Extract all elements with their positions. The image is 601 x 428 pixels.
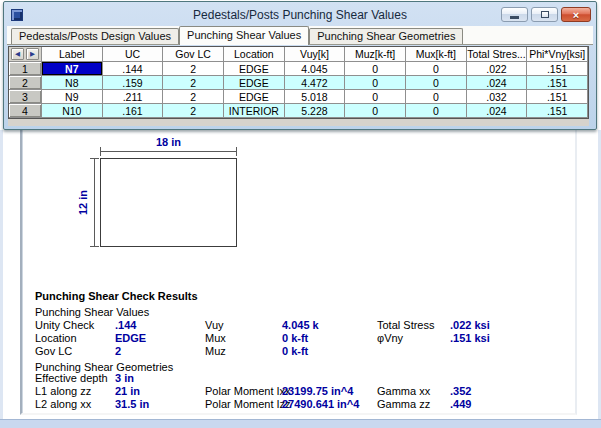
width-dimension-label: 18 in: [100, 136, 237, 148]
unity-check-value: .144: [115, 319, 136, 332]
polar-ixx-value: 23199.75 in^4: [282, 385, 353, 398]
cell-vuy[interactable]: 4.472: [285, 76, 346, 90]
cell-phi-vny[interactable]: .151: [527, 62, 588, 76]
dialog-titlebar[interactable]: Pedestals/Posts Punching Shear Values ×: [7, 4, 593, 26]
cell-phi-vny[interactable]: .151: [527, 104, 588, 118]
cell-total-stress[interactable]: .022: [467, 62, 528, 76]
dimension-tick: [90, 246, 99, 247]
column-header-label: Label: [42, 47, 103, 62]
window-controls: ×: [501, 7, 591, 22]
phi-vny-label: φVny: [377, 332, 403, 345]
record-nav: ◀ ▶: [9, 47, 42, 62]
column-header-vuy: Vuy[k]: [285, 47, 346, 62]
l1-line: L1 along zz 21 in Polar Moment Ixx 23199…: [22, 385, 575, 398]
column-header-phi-vny: Phi*Vny[ksi]: [527, 47, 588, 62]
cell-muz[interactable]: 0: [345, 104, 406, 118]
cell-muz[interactable]: 0: [345, 76, 406, 90]
punching-shear-dialog: Pedestals/Posts Punching Shear Values × …: [3, 1, 597, 130]
width-dimension-line: [100, 151, 237, 152]
vuy-value: 4.045 k: [282, 319, 319, 332]
cell-gov-lc[interactable]: 2: [163, 104, 224, 118]
tab-punching-shear-geometries[interactable]: Punching Shear Geometries: [309, 28, 463, 44]
column-header-uc: UC: [103, 47, 164, 62]
effective-depth-line: Effective depth 3 in: [22, 372, 575, 385]
cell-label[interactable]: N10: [42, 104, 103, 118]
cell-vuy[interactable]: 5.228: [285, 104, 346, 118]
table-row: 4 N10 .161 2 INTERIOR 5.228 0 0 .024 .15…: [9, 104, 588, 118]
cell-label[interactable]: N9: [42, 90, 103, 104]
table-row: 1 N7 .144 2 EDGE 4.045 0 0 .022 .151: [9, 62, 588, 76]
l1-value: 21 in: [115, 385, 140, 398]
minimize-button[interactable]: [501, 7, 528, 22]
row-number[interactable]: 1: [9, 62, 42, 76]
polar-izz-value: 27490.641 in^4: [282, 398, 359, 411]
cell-vuy[interactable]: 5.018: [285, 90, 346, 104]
cell-label-selected[interactable]: N7: [42, 62, 103, 76]
row-number[interactable]: 4: [9, 104, 42, 118]
column-header-muz: Muz[k-ft]: [345, 47, 406, 62]
cell-vuy[interactable]: 4.045: [285, 62, 346, 76]
cell-muz[interactable]: 0: [345, 90, 406, 104]
gamma-xx-label: Gamma xx: [377, 385, 430, 398]
next-record-button[interactable]: ▶: [26, 48, 39, 60]
cell-phi-vny[interactable]: .151: [527, 90, 588, 104]
cell-total-stress[interactable]: .024: [467, 76, 528, 90]
row-number[interactable]: 2: [9, 76, 42, 90]
cell-total-stress[interactable]: .032: [467, 90, 528, 104]
location-value: EDGE: [115, 332, 146, 345]
cell-uc[interactable]: .144: [103, 62, 164, 76]
tab-strip: Pedestals/Posts Design Values Punching S…: [7, 26, 593, 45]
main-window-left-frame: [0, 130, 3, 428]
shear-values-table: ◀ ▶ Label UC Gov LC Location Vuy[k] Muz[…: [8, 46, 589, 119]
tab-punching-shear-values[interactable]: Punching Shear Values: [179, 26, 309, 45]
total-stress-label: Total Stress: [377, 319, 434, 332]
row-number[interactable]: 3: [9, 90, 42, 104]
cell-gov-lc[interactable]: 2: [163, 90, 224, 104]
l2-label: L2 along xx: [35, 398, 91, 411]
phi-vny-value: .151 ksi: [450, 332, 490, 345]
cell-mux[interactable]: 0: [406, 90, 467, 104]
l2-line: L2 along xx 31.5 in Polar Moment Izz 274…: [22, 398, 575, 411]
restore-icon: [541, 11, 549, 18]
polar-izz-label: Polar Moment Izz: [205, 398, 291, 411]
close-icon: ×: [573, 9, 579, 21]
table-header-row: ◀ ▶ Label UC Gov LC Location Vuy[k] Muz[…: [9, 47, 588, 62]
cell-total-stress[interactable]: .024: [467, 104, 528, 118]
cell-uc[interactable]: .211: [103, 90, 164, 104]
column-header-gov-lc: Gov LC: [163, 47, 224, 62]
vuy-label: Vuy: [205, 319, 224, 332]
restore-button[interactable]: [531, 7, 558, 22]
gamma-xx-value: .352: [450, 385, 471, 398]
gamma-zz-value: .449: [450, 398, 471, 411]
main-window-bottom-frame: [0, 419, 601, 428]
mux-label: Mux: [205, 332, 226, 345]
cell-label[interactable]: N8: [42, 76, 103, 90]
column-header-total-stress: Total Stres...: [467, 47, 528, 62]
cell-mux[interactable]: 0: [406, 104, 467, 118]
cell-location[interactable]: EDGE: [224, 90, 285, 104]
cell-mux[interactable]: 0: [406, 76, 467, 90]
tab-design-values[interactable]: Pedestals/Posts Design Values: [11, 28, 179, 44]
cell-location[interactable]: INTERIOR: [224, 104, 285, 118]
prev-record-button[interactable]: ◀: [11, 48, 24, 60]
cell-mux[interactable]: 0: [406, 62, 467, 76]
effective-depth-value: 3 in: [115, 372, 134, 385]
gov-lc-line: Gov LC 2 Muz 0 k-ft: [22, 345, 575, 358]
cell-uc[interactable]: .159: [103, 76, 164, 90]
cell-phi-vny[interactable]: .151: [527, 76, 588, 90]
cell-gov-lc[interactable]: 2: [163, 62, 224, 76]
location-line: Location EDGE Mux 0 k-ft φVny .151 ksi: [22, 332, 575, 345]
height-dimension-line: [94, 158, 95, 247]
cell-location[interactable]: EDGE: [224, 62, 285, 76]
values-heading-line: Punching Shear Values: [22, 306, 575, 319]
muz-label: Muz: [205, 345, 226, 358]
unity-check-line: Unity Check .144 Vuy 4.045 k Total Stres…: [22, 319, 575, 332]
minimize-icon: [510, 16, 519, 19]
cell-muz[interactable]: 0: [345, 62, 406, 76]
muz-value: 0 k-ft: [282, 345, 308, 358]
gov-lc-value: 2: [115, 345, 121, 358]
cell-uc[interactable]: .161: [103, 104, 164, 118]
cell-gov-lc[interactable]: 2: [163, 76, 224, 90]
close-button[interactable]: ×: [561, 7, 591, 22]
cell-location[interactable]: EDGE: [224, 76, 285, 90]
